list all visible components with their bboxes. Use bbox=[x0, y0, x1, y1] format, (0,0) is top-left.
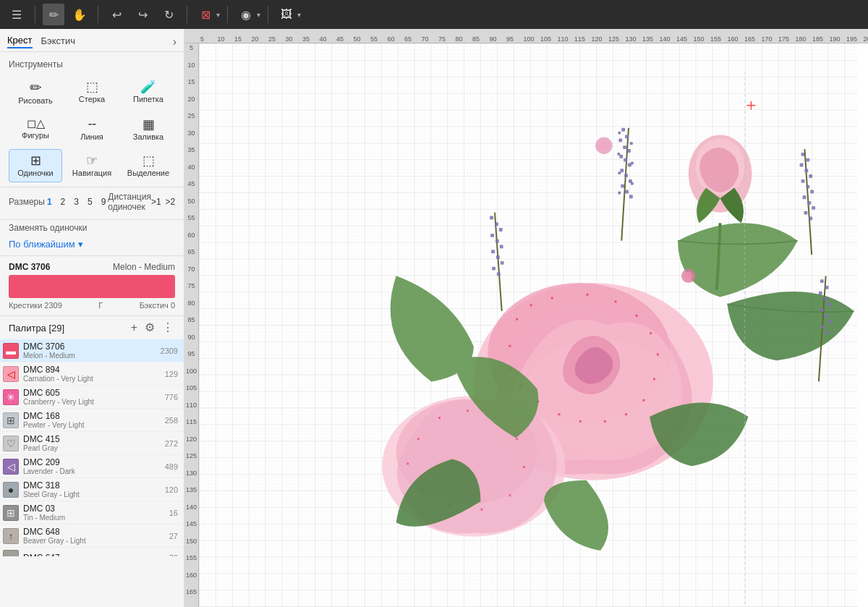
ruler-top-mark: 50 bbox=[354, 35, 371, 43]
palette-item-info: DMC 318 Steel Gray - Light bbox=[23, 480, 152, 498]
redo-button[interactable]: ↪ bbox=[132, 4, 153, 25]
palette-settings-button[interactable]: ⚙ bbox=[143, 321, 156, 335]
canvas-content[interactable] bbox=[199, 43, 868, 607]
size-3[interactable]: 3 bbox=[72, 196, 81, 208]
svg-rect-96 bbox=[501, 261, 504, 265]
svg-rect-94 bbox=[491, 250, 495, 253]
ruler-top-mark: 110 bbox=[558, 35, 575, 43]
palette-item-count: 2309 bbox=[156, 347, 178, 355]
draw-tool-button[interactable]: ✏ bbox=[43, 4, 64, 25]
palette-item[interactable]: ● DMC 647 76 bbox=[0, 548, 184, 556]
select-tool[interactable]: ⬚ Выделение bbox=[122, 149, 175, 182]
singles-tool[interactable]: ⊞ Одиночки bbox=[9, 149, 62, 182]
palette-item[interactable]: ▬ DMC 3706 Melon - Medium 2309 bbox=[0, 339, 184, 362]
palette-item[interactable]: ♡ DMC 415 Pearl Gray 272 bbox=[0, 432, 184, 455]
svg-rect-42 bbox=[625, 135, 629, 139]
size-5[interactable]: 5 bbox=[85, 196, 95, 208]
color-swatch[interactable] bbox=[9, 275, 175, 298]
toolbar-sep-2 bbox=[98, 6, 98, 23]
undo-button[interactable]: ↩ bbox=[106, 4, 127, 25]
dist-gt2[interactable]: >2 bbox=[166, 197, 176, 207]
repeat-button[interactable]: ↻ bbox=[158, 4, 179, 25]
ruler-left-mark: 60 bbox=[184, 231, 198, 248]
singles-label: Одиночки bbox=[17, 169, 54, 177]
ruler-left-mark: 110 bbox=[184, 401, 198, 418]
ruler-top-mark: 65 bbox=[404, 35, 422, 43]
palette-item[interactable]: ⊞ DMC 168 Pewter - Very Light 258 bbox=[0, 409, 184, 432]
draw-label: Рисовать bbox=[18, 96, 53, 105]
svg-point-105 bbox=[684, 271, 693, 280]
palette-color-swatch: ↑ bbox=[3, 528, 19, 544]
svg-rect-20 bbox=[558, 413, 561, 415]
palette-item-name: Cranberry - Very Light bbox=[23, 398, 152, 406]
view-button[interactable]: ◉ bbox=[235, 4, 257, 25]
ruler-left-mark: 155 bbox=[184, 553, 198, 571]
palette-menu-button[interactable]: ⋮ bbox=[161, 321, 175, 335]
palette-color-swatch: ● bbox=[3, 482, 19, 498]
ruler-left-mark: 25 bbox=[184, 111, 198, 129]
palette-item-code: DMC 318 bbox=[23, 480, 152, 491]
ruler-left-mark: 160 bbox=[184, 571, 198, 588]
erase-dropdown-arrow[interactable]: ▾ bbox=[216, 11, 220, 19]
ruler-top-mark: 145 bbox=[676, 35, 694, 43]
fill-tool[interactable]: ▦ Заливка bbox=[122, 113, 175, 146]
draw-icon: ✏ bbox=[30, 80, 42, 95]
svg-rect-81 bbox=[828, 302, 832, 306]
dist-gt1[interactable]: >1 bbox=[151, 197, 161, 207]
ruler-left-mark: 95 bbox=[184, 349, 198, 367]
ruler-top-mark: 25 bbox=[268, 35, 286, 43]
image-button[interactable]: 🖼 bbox=[276, 4, 297, 25]
palette-item[interactable]: ↑ DMC 648 Beaver Gray - Light 27 bbox=[0, 525, 184, 548]
ruler-top-mark: 170 bbox=[762, 35, 779, 43]
svg-rect-86 bbox=[825, 331, 829, 334]
draw-tool[interactable]: ✏ Рисовать bbox=[9, 75, 62, 110]
ruler-left-mark: 35 bbox=[184, 145, 198, 163]
eyedropper-tool[interactable]: 🧪 Пипетка bbox=[122, 75, 175, 110]
palette-item[interactable]: ⊞ DMC 03 Tin - Medium 16 bbox=[0, 501, 184, 525]
color-small-icon: Γ bbox=[98, 301, 103, 310]
navigate-tool[interactable]: ☞ Навигация bbox=[65, 149, 119, 182]
panel-collapse-button[interactable]: › bbox=[173, 35, 176, 48]
menu-button[interactable]: ☰ bbox=[6, 4, 27, 25]
palette-add-button[interactable]: + bbox=[129, 321, 139, 335]
ruler-top-mark: 55 bbox=[370, 35, 388, 43]
hand-tool-button[interactable]: ✋ bbox=[69, 4, 90, 25]
ruler-top-mark: 180 bbox=[796, 35, 813, 43]
svg-rect-60 bbox=[631, 182, 634, 185]
tab-cross[interactable]: Крест bbox=[7, 35, 33, 48]
sizes-numbers: 1 2 3 5 9 bbox=[45, 196, 108, 208]
by-nearest-button[interactable]: По ближайшим ▾ bbox=[9, 239, 83, 250]
ruler-top-mark: 35 bbox=[302, 35, 320, 43]
size-2[interactable]: 2 bbox=[59, 196, 68, 208]
view-dropdown-arrow[interactable]: ▾ bbox=[257, 11, 260, 19]
size-9[interactable]: 9 bbox=[99, 196, 109, 208]
tab-backstitch[interactable]: Бэкстич bbox=[41, 35, 76, 48]
eraser-label: Стерка bbox=[79, 95, 105, 103]
svg-rect-66 bbox=[804, 169, 808, 172]
sizes-section: Размеры 1 2 3 5 9 Дистанция одиночек >1 … bbox=[0, 187, 184, 219]
svg-rect-75 bbox=[809, 217, 812, 221]
palette-item-name: Carnation - Very Light bbox=[23, 375, 152, 383]
palette-item[interactable]: ● DMC 318 Steel Gray - Light 120 bbox=[0, 478, 184, 501]
palette-item[interactable]: ◁ DMC 894 Carnation - Very Light 129 bbox=[0, 362, 184, 386]
size-1[interactable]: 1 bbox=[45, 196, 54, 208]
cross-stitch-svg[interactable] bbox=[199, 43, 868, 607]
svg-rect-15 bbox=[653, 378, 655, 381]
shapes-tool[interactable]: ◻△ Фигуры bbox=[9, 113, 62, 146]
svg-rect-61 bbox=[618, 191, 621, 194]
palette-item-name: Pewter - Very Light bbox=[23, 421, 152, 429]
canvas-area[interactable]: 5101520253035404550556065707580859095100… bbox=[184, 29, 868, 607]
palette-item-info: DMC 168 Pewter - Very Light bbox=[23, 411, 152, 429]
svg-rect-16 bbox=[642, 399, 644, 402]
erase-button[interactable]: ⊠ bbox=[195, 4, 216, 25]
palette-item-code: DMC 894 bbox=[23, 365, 152, 375]
palette-item[interactable]: ✳ DMC 605 Cranberry - Very Light 776 bbox=[0, 386, 184, 409]
ruler-left-mark: 55 bbox=[184, 213, 198, 231]
eraser-tool[interactable]: ⬚ Стерка bbox=[65, 75, 119, 110]
palette-item[interactable]: ◁ DMC 209 Lavender - Dark 489 bbox=[0, 455, 184, 478]
color-stats-row: Крестики 2309 Γ Бэкстич 0 bbox=[9, 301, 175, 310]
palette-item-info: DMC 894 Carnation - Very Light bbox=[23, 365, 152, 383]
ruler-left-mark: 45 bbox=[184, 179, 198, 197]
line-tool[interactable]: ╌ Линия bbox=[65, 113, 119, 146]
image-dropdown-arrow[interactable]: ▾ bbox=[297, 11, 301, 19]
